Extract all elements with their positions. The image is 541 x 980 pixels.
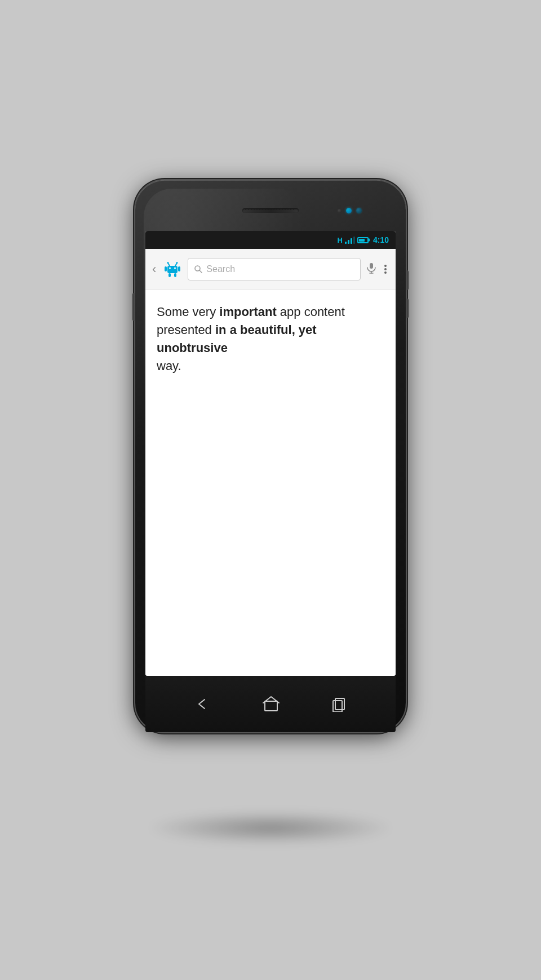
overflow-menu-button[interactable] bbox=[382, 262, 389, 276]
svg-rect-13 bbox=[370, 263, 373, 269]
time-display: 4:10 bbox=[373, 235, 389, 244]
svg-point-2 bbox=[174, 267, 176, 269]
overflow-dot-1 bbox=[384, 265, 387, 267]
svg-rect-0 bbox=[167, 266, 178, 273]
volume-down-button[interactable] bbox=[406, 299, 409, 318]
overflow-dot-3 bbox=[384, 271, 387, 274]
content-paragraph: Some very important app contentpresented… bbox=[157, 303, 384, 375]
phone-body: H 4:10 bbox=[135, 180, 406, 732]
hardware-back-button[interactable] bbox=[193, 696, 211, 712]
phone-wrapper: H 4:10 bbox=[113, 180, 428, 800]
screen: H 4:10 bbox=[145, 231, 396, 676]
svg-rect-3 bbox=[165, 266, 167, 271]
front-camera bbox=[356, 208, 362, 213]
volume-button[interactable] bbox=[132, 293, 135, 321]
battery-fill bbox=[359, 239, 365, 242]
status-bar: H 4:10 bbox=[145, 231, 396, 249]
svg-rect-5 bbox=[168, 273, 171, 277]
overflow-dot-2 bbox=[384, 268, 387, 270]
back-arrow-icon[interactable]: ‹ bbox=[152, 262, 156, 277]
action-bar: ‹ bbox=[145, 249, 396, 289]
svg-point-1 bbox=[169, 267, 171, 269]
hardware-home-button[interactable] bbox=[263, 696, 280, 712]
top-bezel bbox=[145, 190, 396, 231]
signal-bars bbox=[345, 236, 355, 244]
signal-bar-2 bbox=[348, 240, 349, 244]
svg-line-12 bbox=[199, 270, 202, 273]
mic-icon bbox=[365, 262, 378, 274]
bottom-bezel bbox=[145, 676, 396, 732]
svg-point-10 bbox=[176, 262, 178, 264]
speaker-grille bbox=[242, 208, 299, 213]
mic-button[interactable] bbox=[365, 262, 378, 277]
svg-rect-16 bbox=[265, 701, 277, 711]
content-text-part1: Some very bbox=[157, 305, 219, 319]
svg-rect-6 bbox=[174, 273, 176, 277]
android-logo-icon bbox=[162, 259, 183, 280]
content-text-part3: way. bbox=[157, 359, 181, 373]
signal-bar-1 bbox=[345, 242, 347, 244]
power-button[interactable] bbox=[406, 270, 409, 290]
svg-rect-4 bbox=[178, 266, 180, 271]
search-icon bbox=[194, 265, 203, 274]
content-text-bold1: important bbox=[219, 305, 276, 319]
battery-icon bbox=[357, 237, 369, 243]
app-content: Some very important app contentpresented… bbox=[145, 289, 396, 676]
search-box[interactable]: Search bbox=[188, 258, 361, 280]
hardware-recents-button[interactable] bbox=[331, 696, 348, 712]
sensors-area bbox=[338, 208, 362, 213]
signal-bar-4 bbox=[353, 237, 355, 244]
search-placeholder-text: Search bbox=[206, 264, 354, 274]
proximity-sensor bbox=[338, 209, 342, 213]
phone-reflection bbox=[147, 811, 394, 845]
svg-point-8 bbox=[167, 262, 169, 264]
notification-led bbox=[346, 208, 352, 213]
battery-body bbox=[357, 237, 369, 243]
signal-bar-3 bbox=[351, 238, 352, 244]
status-icons: H 4:10 bbox=[338, 235, 389, 244]
network-type-label: H bbox=[338, 236, 343, 244]
